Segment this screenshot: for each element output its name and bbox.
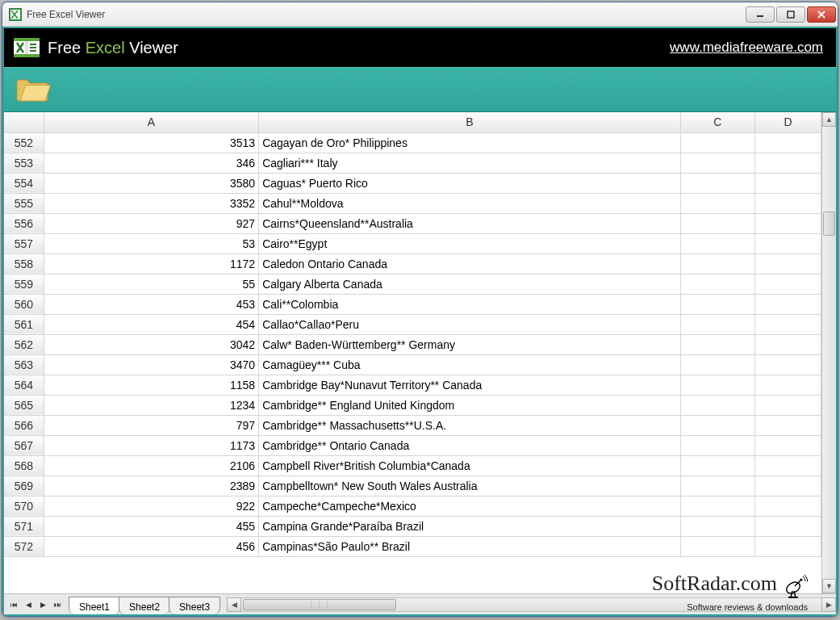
cell[interactable]: Cagayan de Oro* Philippines [259, 132, 681, 153]
sheet-tab[interactable]: Sheet2 [119, 597, 170, 614]
close-button[interactable] [807, 6, 836, 23]
nav-next-button[interactable]: ▶ [36, 597, 49, 612]
scroll-down-button[interactable]: ▼ [822, 579, 836, 593]
row-header[interactable]: 567 [4, 435, 44, 455]
scroll-up-button[interactable]: ▲ [822, 112, 836, 127]
cell[interactable]: Cahul**Moldova [259, 193, 681, 213]
hscroll-thumb[interactable]: ⋮⋮⋮ [243, 599, 396, 610]
cell[interactable] [680, 274, 754, 294]
row-header[interactable]: 570 [4, 496, 44, 516]
cell[interactable] [754, 435, 821, 455]
cell[interactable]: Cambridge** England United Kingdom [259, 395, 681, 415]
row-header[interactable]: 556 [4, 213, 44, 233]
row-header[interactable]: 563 [4, 354, 44, 375]
cell[interactable]: 453 [44, 294, 258, 314]
row-header[interactable]: 562 [4, 334, 44, 354]
col-header-d[interactable]: D [754, 112, 821, 132]
row-header[interactable]: 554 [4, 173, 44, 193]
row-header[interactable]: 564 [4, 375, 44, 395]
cell[interactable] [680, 253, 754, 274]
cell[interactable]: Cagliari*** Italy [259, 153, 681, 173]
cell[interactable]: Caledon Ontario Canada [259, 253, 681, 274]
cell[interactable] [680, 132, 754, 153]
cell[interactable]: 2389 [44, 475, 258, 496]
cell[interactable] [680, 536, 754, 556]
cell[interactable]: Cali**Colombia [259, 294, 681, 314]
cell[interactable]: 927 [44, 213, 258, 233]
cell[interactable] [754, 253, 821, 274]
cell[interactable] [754, 415, 821, 435]
row-header[interactable]: 552 [4, 132, 44, 153]
cell[interactable] [754, 475, 821, 496]
cell[interactable] [680, 334, 754, 354]
cell[interactable]: Campinas*São Paulo** Brazil [259, 536, 681, 556]
cell[interactable]: Cairns*Queensland**Australia [259, 213, 681, 233]
cell[interactable] [754, 334, 821, 354]
open-file-button[interactable] [15, 75, 51, 104]
cell[interactable] [754, 274, 821, 294]
cell[interactable]: 455 [44, 516, 258, 536]
cell[interactable] [680, 173, 754, 193]
row-header[interactable]: 558 [4, 253, 44, 274]
cell[interactable]: 3470 [44, 354, 258, 375]
vertical-scrollbar[interactable]: ▲ ▼ [821, 112, 836, 593]
select-all-corner[interactable] [4, 112, 44, 132]
cell[interactable]: 1234 [44, 395, 258, 415]
cell[interactable] [754, 536, 821, 556]
cell[interactable] [754, 193, 821, 213]
cell[interactable]: 922 [44, 496, 258, 516]
cell[interactable] [680, 496, 754, 516]
cell[interactable]: 3352 [44, 193, 258, 213]
cell[interactable] [754, 173, 821, 193]
col-header-a[interactable]: A [44, 112, 258, 132]
cell[interactable] [680, 375, 754, 395]
cell[interactable] [754, 294, 821, 314]
row-header[interactable]: 571 [4, 516, 44, 536]
cell[interactable]: 456 [44, 536, 258, 556]
cell[interactable]: 2106 [44, 455, 258, 475]
cell[interactable] [680, 395, 754, 415]
cell[interactable]: Caguas* Puerto Rico [259, 173, 681, 193]
cell[interactable]: 3042 [44, 334, 258, 354]
cell[interactable] [754, 233, 821, 253]
cell[interactable]: 3513 [44, 132, 258, 153]
cell[interactable]: Campina Grande*Paraíba Brazil [259, 516, 681, 536]
cell[interactable]: Calgary Alberta Canada [259, 274, 681, 294]
cell[interactable] [754, 153, 821, 173]
cell[interactable] [680, 455, 754, 475]
cell[interactable] [680, 415, 754, 435]
cell[interactable]: 1173 [44, 435, 258, 455]
row-header[interactable]: 569 [4, 475, 44, 496]
minimize-button[interactable] [746, 6, 775, 23]
cell[interactable] [754, 354, 821, 375]
row-header[interactable]: 559 [4, 274, 44, 294]
row-header[interactable]: 568 [4, 455, 44, 475]
cell[interactable] [754, 395, 821, 415]
grid-viewport[interactable]: A B C D 5523513Cagayan de Oro* Philippin… [4, 112, 821, 593]
vscroll-track[interactable] [822, 127, 836, 579]
cell[interactable] [754, 375, 821, 395]
col-header-c[interactable]: C [680, 112, 754, 132]
row-header[interactable]: 555 [4, 193, 44, 213]
cell[interactable]: Cambridge** Ontario Canada [259, 435, 681, 455]
cell[interactable] [680, 354, 754, 375]
scroll-left-button[interactable]: ◀ [227, 597, 241, 612]
cell[interactable]: 797 [44, 415, 258, 435]
cell[interactable] [754, 213, 821, 233]
cell[interactable]: Cairo**Egypt [259, 233, 681, 253]
cell[interactable] [680, 314, 754, 334]
cell[interactable]: 1172 [44, 253, 258, 274]
row-header[interactable]: 572 [4, 536, 44, 556]
sheet-tab[interactable]: Sheet1 [69, 597, 120, 614]
cell[interactable] [680, 435, 754, 455]
row-header[interactable]: 557 [4, 233, 44, 253]
cell[interactable]: 346 [44, 153, 258, 173]
cell[interactable] [680, 213, 754, 233]
cell[interactable] [754, 132, 821, 153]
cell[interactable] [680, 294, 754, 314]
cell[interactable] [680, 193, 754, 213]
cell[interactable] [754, 516, 821, 536]
cell[interactable]: Campbelltown* New South Wales Australia [259, 475, 681, 496]
cell[interactable]: Cambridge** Massachusetts**U.S.A. [259, 415, 681, 435]
scroll-right-button[interactable]: ▶ [821, 597, 836, 612]
